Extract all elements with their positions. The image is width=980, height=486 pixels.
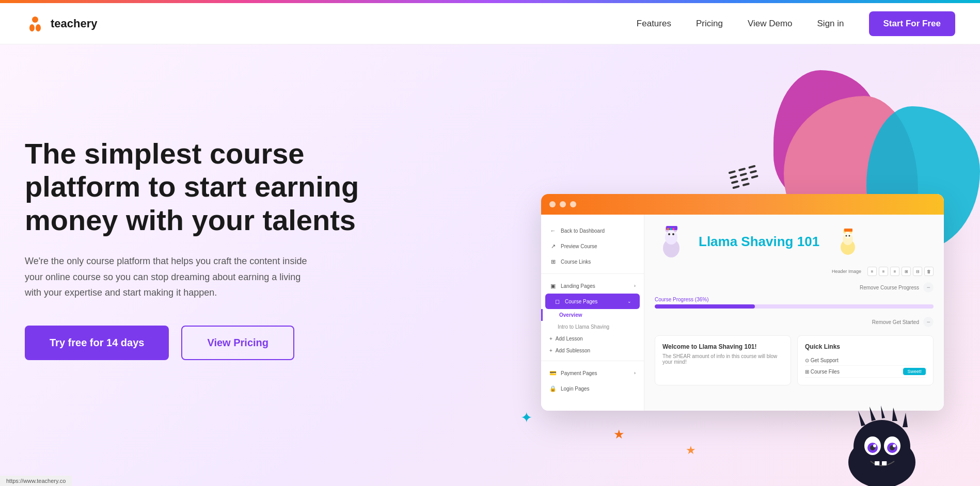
- status-url: https://www.teachery.co: [6, 478, 66, 484]
- logo-text: teachery: [51, 17, 98, 30]
- toolbar-align-center[interactable]: ≡: [879, 267, 888, 276]
- svg-rect-38: [882, 461, 887, 465]
- toolbar-delete[interactable]: 🗑: [924, 267, 934, 276]
- svg-point-35: [873, 444, 876, 447]
- svg-marker-28: [903, 413, 908, 427]
- star-cyan: ✦: [520, 409, 532, 426]
- payment-icon: 💳: [549, 369, 557, 377]
- sidebar-overview[interactable]: Overview: [541, 309, 644, 321]
- view-pricing-button[interactable]: View Pricing: [181, 326, 294, 360]
- start-for-free-button[interactable]: Start For Free: [869, 11, 955, 36]
- llama-right-icon: [834, 228, 862, 256]
- star-orange2: ★: [686, 444, 696, 457]
- svg-rect-37: [875, 461, 880, 465]
- monster-svg: [835, 406, 928, 486]
- sidebar-preview-course[interactable]: ↗ Preview Course: [541, 238, 644, 254]
- svg-point-12: [668, 233, 670, 235]
- mockup-main: Llama Shaving 101: [644, 215, 944, 411]
- progress-bar-fill: [655, 304, 755, 309]
- toolbar-align-right[interactable]: ≡: [890, 267, 899, 276]
- back-icon: ←: [549, 227, 557, 234]
- sidebar-preview-label: Preview Course: [561, 244, 597, 249]
- sidebar-back-label: Back to Dashboard: [561, 228, 605, 234]
- progress-section: Course Progress (36%): [655, 297, 934, 309]
- sidebar-landing-pages[interactable]: ▣ Landing Pages ›: [541, 278, 644, 294]
- sidebar-payment-pages[interactable]: 💳 Payment Pages ›: [541, 365, 644, 381]
- course-title-text: Llama Shaving 101: [699, 234, 819, 250]
- svg-rect-11: [672, 228, 674, 230]
- course-pages-icon: ◻: [554, 298, 561, 305]
- try-free-button[interactable]: Try free for 14 days: [25, 326, 169, 360]
- mockup-titlebar: [541, 194, 944, 215]
- svg-rect-10: [670, 228, 672, 230]
- nav-links: Features Pricing View Demo Sign in Start…: [637, 11, 955, 36]
- status-bar: https://www.teachery.co: [0, 476, 72, 486]
- navbar: teachery Features Pricing View Demo Sign…: [0, 3, 980, 44]
- sweet-button[interactable]: Sweet!: [903, 368, 926, 375]
- toolbar-grid2[interactable]: ⊟: [913, 267, 922, 276]
- welcome-title: Welcome to Llama Shaving 101!: [662, 343, 783, 350]
- nav-view-demo[interactable]: View Demo: [748, 19, 793, 29]
- links-icon: ⊞: [549, 258, 557, 265]
- hero-title: The simplest course platform to start ea…: [25, 137, 428, 237]
- hero-content: The simplest course platform to start ea…: [25, 75, 428, 360]
- hero-right-decoration: ← Back to Dashboard ↗ Preview Course ⊞ C…: [515, 44, 980, 486]
- sidebar-divider2: [541, 361, 644, 361]
- remove-progress-label: Remove Course Progress: [860, 285, 919, 290]
- nav-sign-in[interactable]: Sign in: [817, 19, 844, 29]
- add-lesson-label: Add Lesson: [556, 336, 583, 342]
- sidebar-links-label: Course Links: [561, 259, 591, 265]
- quick-links-title: Quick Links: [805, 343, 926, 350]
- landing-icon: ▣: [549, 282, 557, 289]
- svg-marker-25: [870, 407, 876, 421]
- bottom-grid: Welcome to Llama Shaving 101! The SHEAR …: [655, 335, 934, 385]
- svg-point-21: [849, 235, 850, 237]
- toolbar-grid1[interactable]: ⊞: [902, 267, 911, 276]
- sidebar-course-links[interactable]: ⊞ Course Links: [541, 254, 644, 269]
- sidebar-overview-label: Overview: [559, 312, 582, 318]
- app-mockup: ← Back to Dashboard ↗ Preview Course ⊞ C…: [541, 194, 944, 411]
- sidebar-divider1: [541, 273, 644, 274]
- svg-rect-19: [844, 229, 852, 232]
- sidebar-add-lesson[interactable]: + Add Lesson: [541, 333, 644, 345]
- star-orange: ★: [613, 427, 625, 442]
- sidebar-add-sublesson[interactable]: + Add Sublesson: [541, 345, 644, 357]
- mockup-body: ← Back to Dashboard ↗ Preview Course ⊞ C…: [541, 215, 944, 411]
- logo-link[interactable]: teachery: [25, 13, 98, 34]
- remove-get-started-row: Remove Get Started −: [655, 317, 934, 327]
- svg-point-2: [36, 24, 41, 31]
- toolbar-align-left[interactable]: ≡: [867, 267, 877, 276]
- sidebar-login-pages[interactable]: 🔒 Login Pages: [541, 381, 644, 396]
- svg-rect-9: [667, 228, 669, 230]
- sidebar-landing-label: Landing Pages: [561, 283, 595, 289]
- svg-marker-27: [892, 408, 897, 421]
- progress-bar-bg: [655, 304, 934, 309]
- svg-point-13: [672, 233, 674, 235]
- svg-marker-24: [858, 411, 865, 426]
- toolbar-row: Header Image ≡ ≡ ≡ ⊞ ⊟ 🗑: [655, 267, 934, 276]
- svg-point-0: [32, 17, 38, 23]
- course-title-row: Llama Shaving 101: [655, 225, 934, 258]
- hero-section: The simplest course platform to start ea…: [0, 44, 980, 486]
- sidebar-back-dashboard[interactable]: ← Back to Dashboard: [541, 223, 644, 238]
- header-image-label: Header Image: [832, 269, 861, 274]
- remove-progress-row: Remove Course Progress −: [655, 282, 934, 293]
- svg-marker-26: [881, 406, 885, 418]
- preview-icon: ↗: [549, 242, 557, 250]
- nav-features[interactable]: Features: [637, 19, 671, 29]
- sidebar-intro-label: Intro to Llama Shaving: [558, 324, 609, 330]
- welcome-text: The SHEAR amount of info in this course …: [662, 353, 783, 365]
- remove-get-started-icon[interactable]: −: [923, 317, 934, 327]
- quick-link-support: ⊙ Get Support: [805, 355, 926, 366]
- welcome-card: Welcome to Llama Shaving 101! The SHEAR …: [655, 335, 791, 385]
- nav-pricing[interactable]: Pricing: [696, 19, 723, 29]
- monster-decoration: [835, 406, 928, 486]
- sidebar-course-pages[interactable]: ◻ Course Pages ⌄: [545, 294, 640, 309]
- remove-progress-icon[interactable]: −: [923, 282, 934, 293]
- add-sublesson-label: Add Sublesson: [556, 348, 590, 353]
- sidebar-course-pages-label: Course Pages: [565, 299, 597, 304]
- login-icon: 🔒: [549, 385, 557, 392]
- titlebar-dot-yellow: [560, 201, 566, 207]
- llama-left-icon: [655, 225, 688, 258]
- sidebar-intro-llama[interactable]: Intro to Llama Shaving: [541, 321, 644, 333]
